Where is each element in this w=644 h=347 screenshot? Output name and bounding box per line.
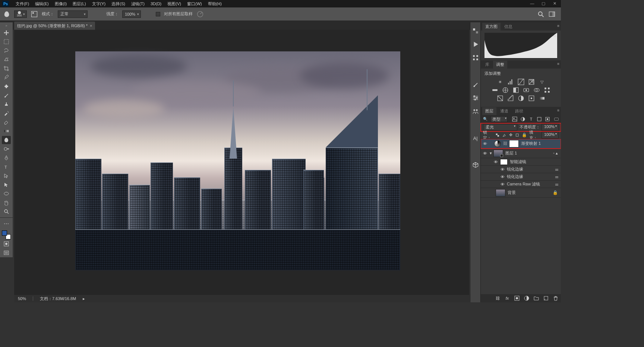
smart-filter-item[interactable]: 👁 Camera Raw 滤镜 ⚌ (481, 181, 561, 188)
search-icon[interactable] (537, 10, 544, 18)
screen-mode[interactable] (2, 249, 11, 257)
path-select-tool[interactable] (2, 172, 11, 180)
lock-transparent-icon[interactable] (495, 133, 500, 138)
document-canvas[interactable] (75, 51, 400, 270)
visibility-icon[interactable]: 👁 (493, 160, 498, 164)
quickmask-toggle[interactable] (2, 240, 11, 248)
brush-panel-toggle[interactable] (31, 10, 38, 18)
filter-blend-icon[interactable]: ⚌ (555, 174, 559, 179)
edit-toolbar[interactable]: ⋯ (2, 220, 11, 228)
visibility-icon[interactable]: 👁 (500, 182, 505, 187)
zoom-level[interactable]: 50% (18, 296, 26, 301)
tab-layers[interactable]: 图层 (482, 107, 496, 115)
minimize-button[interactable]: — (528, 1, 536, 6)
close-tab-icon[interactable]: × (90, 23, 92, 28)
layers-panel-menu[interactable]: ≡ (557, 108, 559, 112)
collapsed-color-icon[interactable] (472, 28, 479, 34)
maximize-button[interactable]: ▢ (539, 1, 547, 6)
adj-photofilter-icon[interactable] (523, 87, 530, 93)
tab-libraries[interactable]: 库 (482, 61, 492, 69)
smart-filter-item[interactable]: 👁 锐化边缘 ⚌ (481, 173, 561, 181)
opacity-select[interactable]: 100% (542, 124, 559, 131)
visibility-icon[interactable]: 👁 (500, 175, 505, 179)
adj-invert-icon[interactable] (497, 95, 503, 102)
tab-info[interactable]: 信息 (501, 23, 515, 31)
history-brush-tool[interactable] (2, 109, 11, 117)
crop-tool[interactable] (2, 64, 11, 73)
lock-all-icon[interactable]: 🔒 (522, 133, 527, 138)
adj-colorlookup-icon[interactable] (544, 87, 550, 93)
eraser-tool[interactable] (2, 118, 11, 126)
eyedropper-tool[interactable] (2, 73, 11, 82)
layer-name[interactable]: 背景 (508, 190, 550, 195)
menu-type[interactable]: 文字(Y) (89, 0, 109, 7)
close-button[interactable]: ✕ (550, 1, 559, 6)
layers-kind-select[interactable]: 类型 (490, 116, 508, 122)
menu-image[interactable]: 图像(I) (52, 0, 70, 7)
delete-layer-icon[interactable] (553, 295, 559, 301)
tab-histogram[interactable]: 直方图 (482, 23, 501, 31)
layer-gradient-map[interactable]: 👁 ⛓ 渐变映射 1 (481, 139, 561, 149)
adj-exposure-icon[interactable] (528, 79, 535, 85)
zoom-tool[interactable] (2, 207, 11, 216)
new-adjustment-icon[interactable] (524, 295, 530, 301)
fill-select[interactable]: 100% (542, 132, 559, 139)
layer-name[interactable]: 图层 1 (505, 150, 551, 156)
active-tool-icon[interactable] (3, 10, 10, 18)
layer-name[interactable]: 渐变映射 1 (521, 141, 559, 146)
direct-select-tool[interactable] (2, 181, 11, 189)
menu-file[interactable]: 文件(F) (13, 0, 32, 7)
collapsed-brush-icon[interactable] (472, 81, 479, 88)
shape-tool[interactable] (2, 190, 11, 198)
sample-all-checkbox[interactable] (156, 12, 160, 16)
collapsed-3d-icon[interactable] (472, 162, 479, 168)
adj-colorbalance-icon[interactable] (502, 87, 509, 93)
collapsed-styles-icon[interactable] (472, 54, 479, 61)
visibility-icon[interactable]: 👁 (500, 167, 505, 172)
menu-edit[interactable]: 编辑(E) (32, 0, 52, 7)
healing-tool[interactable] (2, 82, 11, 90)
filter-blend-icon[interactable]: ⚌ (555, 167, 559, 172)
type-tool[interactable]: T (2, 163, 11, 171)
collapsed-sliders-icon[interactable] (472, 95, 479, 101)
lock-position-icon[interactable]: ✥ (509, 133, 513, 138)
visibility-icon[interactable]: 👁 (482, 151, 487, 156)
dodge-tool[interactable] (2, 145, 11, 153)
adjust-panel-menu[interactable]: ≡ (557, 62, 559, 66)
adj-vibrance-icon[interactable]: ▽ (539, 79, 545, 85)
blend-mode-select[interactable]: 柔光 (483, 124, 517, 131)
work-area[interactable] (14, 30, 469, 295)
add-mask-icon[interactable] (514, 295, 520, 301)
adj-bw-icon[interactable] (512, 87, 519, 93)
adj-posterize-icon[interactable] (507, 95, 514, 102)
smart-filters-header[interactable]: 👁 智能滤镜 (481, 158, 561, 166)
move-tool[interactable] (2, 29, 11, 37)
doc-info[interactable]: 文档：7.63M/16.8M (40, 296, 76, 302)
layer-thumb[interactable] (496, 189, 505, 197)
link-mask-icon[interactable]: ⛓ (503, 141, 507, 146)
menu-select[interactable]: 选择(S) (108, 0, 128, 7)
document-tab[interactable]: 纽约.jpg @ 50% (渐变映射 1, RGB/8) * × (14, 22, 95, 30)
menu-3d[interactable]: 3D(D) (148, 0, 164, 7)
adj-selcolor-icon[interactable] (528, 95, 535, 102)
collapsed-play-icon[interactable] (472, 41, 479, 48)
filter-expand-icon[interactable]: ◦ ▴ (553, 151, 558, 156)
pen-tool[interactable] (2, 154, 11, 162)
fg-color[interactable] (2, 230, 7, 236)
menu-help[interactable]: 帮助(H) (205, 0, 225, 7)
collapsed-character-icon[interactable]: A| (472, 135, 479, 141)
filter-toggle[interactable] (554, 118, 559, 121)
adj-curves-icon[interactable] (518, 79, 524, 85)
histogram-panel-menu[interactable]: ≡ (557, 24, 559, 28)
menu-window[interactable]: 窗口(W) (184, 0, 205, 7)
adj-brightness-icon[interactable]: ☀ (497, 79, 503, 85)
filter-type-icon[interactable]: T (528, 117, 534, 122)
blur-tool[interactable] (2, 136, 11, 144)
doc-info-chevron[interactable]: ▸ (83, 296, 85, 301)
adj-hue-icon[interactable] (492, 87, 498, 93)
workspace-icon[interactable] (548, 10, 556, 18)
menu-filter[interactable]: 滤镜(T) (128, 0, 148, 7)
menu-layer[interactable]: 图层(L) (70, 0, 89, 7)
filter-blend-icon[interactable]: ⚌ (555, 182, 559, 187)
menu-view[interactable]: 视图(V) (164, 0, 184, 7)
